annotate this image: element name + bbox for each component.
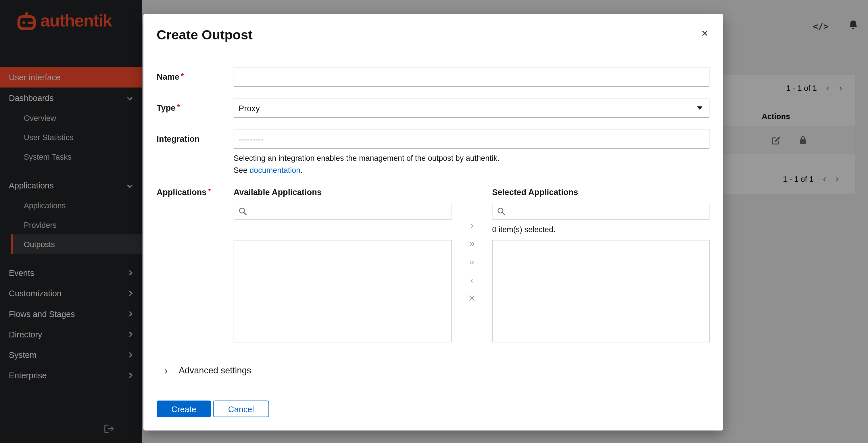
selected-search-box (492, 203, 710, 219)
integration-select[interactable]: --------- (234, 129, 710, 149)
documentation-link[interactable]: documentation (249, 166, 300, 175)
name-label: Name* (157, 67, 234, 87)
dual-list-selector: Available Applications › (234, 187, 710, 342)
advanced-settings-label: Advanced settings (179, 365, 251, 376)
advanced-chevron-icon: › (164, 365, 168, 376)
clear-selection-button[interactable]: ✕ (468, 294, 476, 304)
required-mark: * (177, 103, 180, 111)
search-icon (497, 207, 505, 215)
label-text: Integration (157, 134, 199, 144)
integration-row: Integration --------- Selecting an integ… (157, 129, 710, 176)
modal-footer: Create Cancel (157, 401, 269, 417)
available-applications-title: Available Applications (234, 187, 452, 197)
label-text: Name (157, 72, 179, 81)
remove-all-button[interactable]: « (469, 257, 474, 267)
select-caret-icon (697, 107, 703, 110)
add-all-button[interactable]: » (469, 239, 474, 249)
transfer-controls: › » « ‹ ✕ (452, 187, 492, 303)
app-root: authentik User interface Dashboards Over… (0, 0, 868, 443)
selected-applications-title: Selected Applications (492, 187, 710, 197)
applications-label: Applications* (157, 187, 234, 342)
type-label: Type* (157, 98, 234, 118)
integration-help-text: Selecting an integration enables the man… (234, 152, 710, 176)
selected-applications-pane: Selected Applications 0 item(s) selected… (492, 187, 710, 342)
type-select[interactable]: Proxy (234, 98, 710, 118)
selected-count-text: 0 item(s) selected. (492, 226, 710, 234)
selected-search-input[interactable] (509, 207, 705, 215)
selected-applications-list[interactable] (492, 240, 710, 342)
create-button[interactable]: Create (157, 401, 211, 417)
create-outpost-modal: Create Outpost ✕ Name* Type* Proxy (144, 14, 723, 430)
name-input[interactable] (234, 67, 710, 87)
label-text: Type (157, 103, 175, 113)
help-line-2-suffix: . (300, 166, 302, 175)
search-icon (239, 207, 247, 215)
available-applications-pane: Available Applications (234, 187, 452, 342)
applications-row: Applications* Available Applications (157, 187, 710, 342)
available-search-box (234, 203, 452, 219)
integration-label: Integration (157, 129, 234, 176)
add-selected-button[interactable]: › (470, 220, 473, 231)
advanced-settings-toggle[interactable]: › Advanced settings (157, 365, 710, 376)
label-text: Applications (157, 187, 206, 197)
help-line-2-prefix: See (234, 166, 249, 175)
cancel-button[interactable]: Cancel (213, 401, 269, 417)
modal-title: Create Outpost (157, 27, 253, 42)
type-select-value: Proxy (239, 103, 260, 113)
name-row: Name* (157, 67, 710, 87)
close-button[interactable]: ✕ (701, 28, 709, 39)
help-line-1: Selecting an integration enables the man… (234, 154, 499, 163)
remove-selected-button[interactable]: ‹ (470, 275, 473, 285)
create-outpost-form: Name* Type* Proxy In (157, 67, 710, 376)
integration-select-value: --------- (239, 134, 264, 144)
required-mark: * (208, 187, 211, 196)
required-mark: * (181, 72, 184, 80)
available-applications-list[interactable] (234, 240, 452, 342)
available-search-input[interactable] (251, 207, 447, 215)
type-row: Type* Proxy (157, 98, 710, 118)
